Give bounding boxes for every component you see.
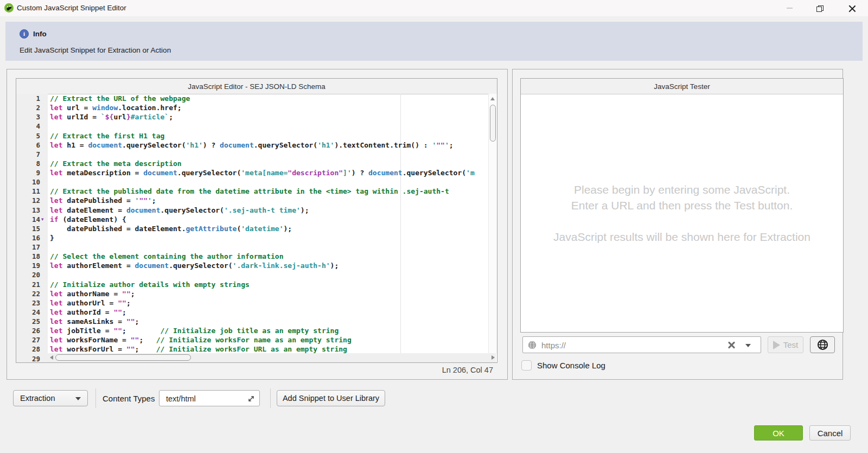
line-number: 13 (16, 206, 40, 215)
ok-button[interactable]: OK (754, 425, 803, 441)
code-line: 2let url = window.location.href; (16, 103, 497, 112)
code-line: 18// Select the element containing the a… (16, 252, 497, 261)
code-line: 21// Initialize author details with empt… (16, 280, 497, 289)
code-line: 11// Extract the published date from the… (16, 187, 497, 196)
code-line: 16} (16, 233, 497, 243)
horizontal-scroll-thumb[interactable] (55, 354, 191, 361)
info-icon (20, 29, 29, 39)
line-number: 14 (16, 215, 40, 224)
play-icon (773, 341, 780, 349)
divider (270, 388, 271, 408)
line-number: 1 (16, 94, 40, 103)
content-types-box (159, 390, 260, 406)
line-number: 4 (16, 122, 40, 131)
url-input[interactable] (540, 337, 689, 353)
line-number: 16 (16, 233, 40, 243)
test-button[interactable]: Test (768, 336, 803, 353)
line-number: 11 (16, 187, 40, 196)
restore-icon (816, 5, 822, 11)
minimize-button[interactable] (777, 0, 801, 16)
code-line: 12let datePublished = '""'; (16, 196, 497, 205)
app-frog-icon (4, 3, 14, 12)
code-line: 9let metaDescription = document.querySel… (16, 168, 497, 177)
close-button[interactable] (840, 0, 864, 16)
code-line: 23let authorUrl = ""; (16, 298, 497, 308)
line-number: 15 (16, 224, 40, 233)
title-bar: Custom JavaScript Snippet Editor (0, 0, 868, 16)
divider (95, 388, 96, 408)
browser-globe-button[interactable] (810, 336, 835, 353)
show-console-checkbox[interactable] (521, 360, 532, 371)
line-number: 17 (16, 243, 40, 252)
code-line: 19let authorElement = document.querySele… (16, 261, 497, 270)
editor-box: JavaScript Editor - SEJ JSON-LD Schema 1… (16, 78, 497, 363)
cancel-button[interactable]: Cancel (809, 425, 851, 441)
scroll-right-icon[interactable] (492, 355, 495, 360)
content-types-input[interactable] (165, 391, 243, 406)
chevron-down-icon (75, 397, 81, 400)
code-line: 17 (16, 243, 497, 252)
clear-url-icon[interactable] (727, 341, 735, 348)
code-line: 15 datePublished = dateElement.getAttrib… (16, 224, 497, 233)
info-banner-message: Edit JavaScript Snippet for Extraction o… (20, 46, 171, 54)
fold-arrow-icon[interactable]: ▾ (41, 215, 44, 224)
info-banner-title: Info (33, 30, 47, 38)
show-console-label: Show Console Log (537, 361, 605, 370)
code-editor[interactable]: 1// Extract the URL of the webpage2let u… (16, 94, 497, 362)
code-line: 7 (16, 150, 497, 159)
maximize-button[interactable] (807, 0, 831, 16)
globe-icon (528, 341, 537, 349)
line-number: 27 (16, 335, 40, 344)
tester-panel: JavaScript Tester Please begin by enteri… (512, 69, 843, 380)
line-number: 18 (16, 252, 40, 261)
content-types-label: Content Types (103, 394, 155, 403)
line-number: 6 (16, 141, 40, 150)
line-number: 28 (16, 344, 40, 354)
tester-box: JavaScript Tester Please begin by enteri… (520, 78, 844, 333)
line-number: 7 (16, 150, 40, 159)
line-number: 26 (16, 326, 40, 335)
line-number: 22 (16, 289, 40, 298)
code-line: 13let dateElement = document.querySelect… (16, 206, 497, 215)
vertical-scroll-thumb[interactable] (490, 105, 496, 142)
code-line: 20 (16, 270, 497, 279)
code-line: 5// Extract the first H1 tag (16, 131, 497, 141)
url-dropdown-icon[interactable] (745, 344, 751, 347)
code-line: 24let authorId = ""; (16, 308, 497, 317)
line-number: 23 (16, 298, 40, 308)
line-number: 25 (16, 317, 40, 326)
line-number: 24 (16, 308, 40, 317)
code-line: 8// Extract the meta description (16, 159, 497, 168)
scroll-up-icon[interactable] (490, 97, 495, 100)
code-line: 4 (16, 122, 497, 131)
minimize-icon (787, 8, 793, 9)
code-line: 14▾if (dateElement) { (16, 215, 497, 224)
editor-header: JavaScript Editor - SEJ JSON-LD Schema (16, 79, 497, 94)
url-input-box (522, 336, 761, 353)
line-number: 29 (16, 354, 40, 363)
cursor-position-status: Ln 206, Col 47 (442, 366, 493, 374)
vertical-scrollbar[interactable] (488, 94, 497, 353)
expand-icon[interactable] (247, 395, 255, 403)
code-line: 26let jobTitle = ""; // Initialize job t… (16, 326, 497, 335)
code-line: 6let h1 = document.querySelector('h1') ?… (16, 141, 497, 150)
horizontal-scrollbar[interactable] (48, 353, 496, 362)
line-number: 10 (16, 177, 40, 187)
line-number: 8 (16, 159, 40, 168)
line-number: 2 (16, 103, 40, 112)
line-number: 5 (16, 131, 40, 141)
code-line: 10 (16, 177, 497, 187)
tester-placeholder: Please begin by entering some JavaScript… (553, 182, 810, 245)
code-line: 22let authorName = ""; (16, 289, 497, 298)
code-line: 27let worksForName = ""; // Initialize w… (16, 335, 497, 344)
code-lines: 1// Extract the URL of the webpage2let u… (16, 94, 497, 362)
scroll-left-icon[interactable] (50, 355, 53, 360)
code-line: 25let sameAsLinks = ""; (16, 317, 497, 326)
add-snippet-to-library-button[interactable]: Add Snippet to User Library (277, 390, 385, 406)
snippet-type-select[interactable]: Extraction (13, 390, 88, 406)
info-banner: Info Edit JavaScript Snippet for Extract… (5, 22, 863, 61)
line-number: 9 (16, 168, 40, 177)
window-title: Custom JavaScript Snippet Editor (17, 4, 126, 12)
tester-header: JavaScript Tester (521, 79, 843, 94)
line-number: 21 (16, 280, 40, 289)
